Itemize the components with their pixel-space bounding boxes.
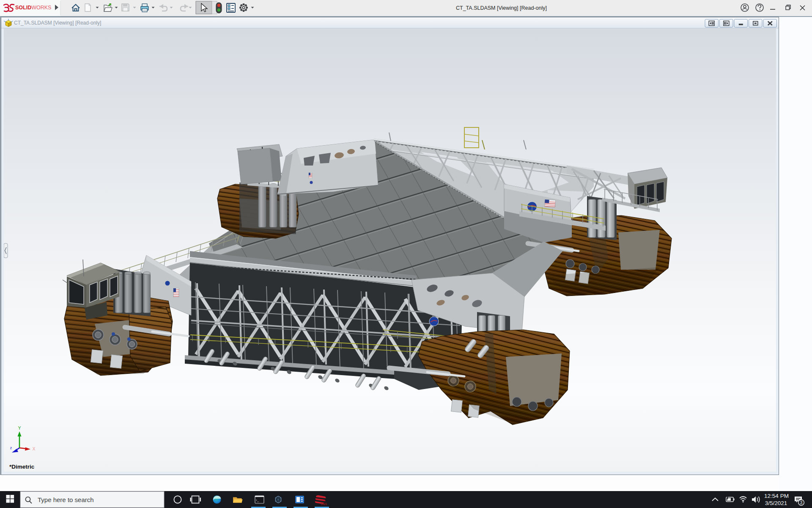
svg-text:12:54 PM: 12:54 PM — [764, 493, 789, 499]
svg-text:z: z — [10, 446, 12, 450]
svg-text:SOLIDWORKS: SOLIDWORKS — [15, 5, 51, 11]
svg-text:3/5/2021: 3/5/2021 — [765, 500, 787, 506]
svg-text:2021: 2021 — [321, 502, 327, 505]
svg-text:›_: ›_ — [256, 498, 259, 502]
svg-text:Type here to search: Type here to search — [38, 496, 94, 503]
svg-text:Y: Y — [18, 426, 21, 431]
svg-text:X: X — [33, 447, 36, 451]
svg-text:3: 3 — [800, 500, 803, 505]
